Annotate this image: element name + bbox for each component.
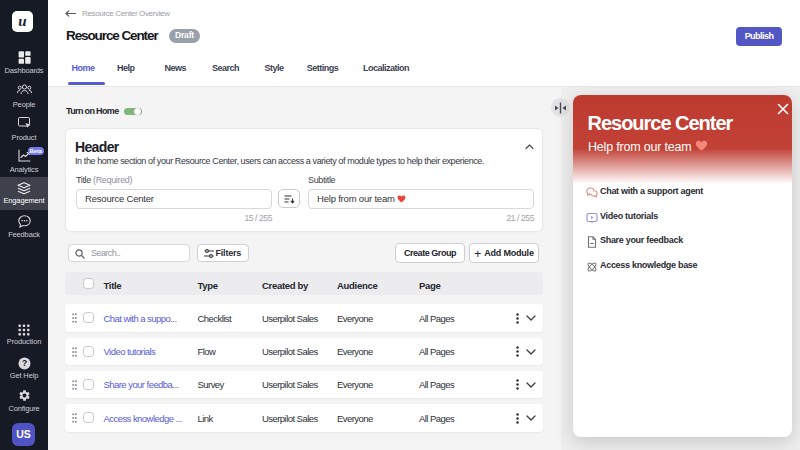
svg-text:?: ?	[21, 358, 26, 368]
